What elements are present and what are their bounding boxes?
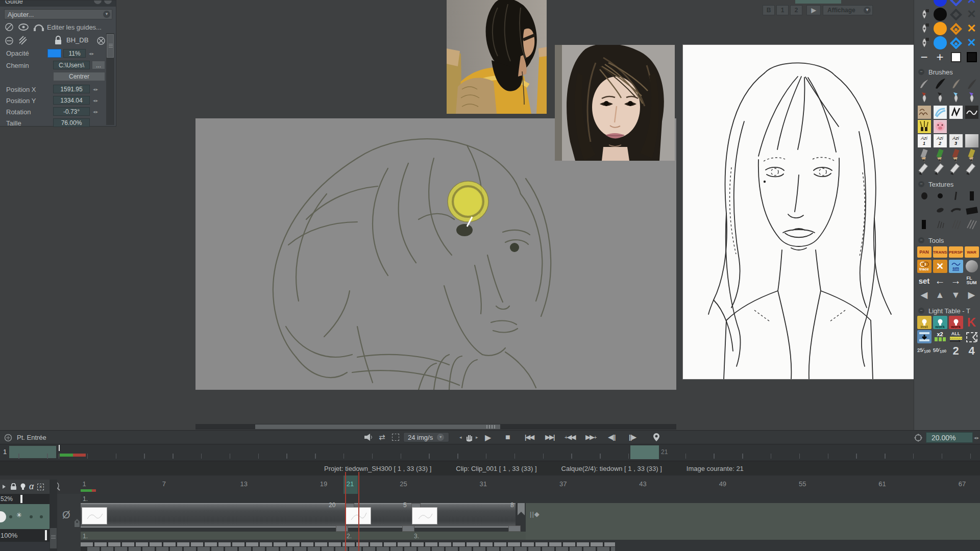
clip-thumbnail-1[interactable] bbox=[82, 507, 107, 524]
bulb-icon[interactable] bbox=[20, 483, 26, 490]
pan-tool[interactable]: PAN bbox=[917, 246, 932, 258]
size-row[interactable]: − + bbox=[914, 50, 980, 64]
filmstrip-track[interactable] bbox=[81, 542, 615, 551]
alpha-icon[interactable]: α bbox=[29, 482, 34, 491]
onion-dot-1[interactable] bbox=[9, 515, 12, 518]
onion-circle-icon[interactable] bbox=[0, 511, 6, 522]
black-color[interactable] bbox=[934, 8, 947, 21]
pen-icon[interactable] bbox=[918, 8, 930, 20]
tools-row-1[interactable]: PAN TRANS PERSP WAR bbox=[914, 245, 980, 259]
brush-row-azi[interactable]: Azi1 Azi2 Azi3 bbox=[914, 134, 980, 148]
clip-end-hook[interactable] bbox=[517, 503, 527, 516]
texture-row-2[interactable] bbox=[914, 203, 980, 217]
tools-row-3[interactable]: set ← → FLSUM bbox=[914, 273, 980, 288]
playhead-line-right[interactable] bbox=[358, 472, 359, 551]
light-table-section-header[interactable]: −Light Table - T bbox=[914, 306, 980, 315]
rotation-value[interactable]: -0.73° bbox=[53, 107, 90, 116]
clip-tab-bottom-3[interactable] bbox=[508, 525, 521, 532]
ruler-current-frame-box[interactable] bbox=[630, 445, 659, 459]
lt-work1-button[interactable]: work bbox=[933, 316, 947, 329]
delete-tool[interactable]: ✕ bbox=[933, 260, 947, 273]
edit-guides-button[interactable]: Editer les guides... bbox=[47, 23, 102, 31]
loop-icon[interactable]: ⇄ bbox=[379, 433, 385, 442]
last-frame-button[interactable]: ▶▶| bbox=[545, 433, 554, 441]
display-dropdown[interactable]: Affichage▾ bbox=[823, 5, 873, 15]
texture-row-3[interactable] bbox=[914, 217, 980, 232]
lt-work2-button[interactable]: work bbox=[949, 316, 963, 329]
scrollbar-grip[interactable] bbox=[486, 425, 496, 429]
pen-icon[interactable] bbox=[918, 22, 930, 35]
lineart-canvas[interactable] bbox=[683, 45, 914, 379]
trace-tool[interactable]: trace bbox=[917, 260, 932, 273]
nav-up-button[interactable]: ▲ bbox=[932, 288, 948, 302]
nav-right-button[interactable]: ▶ bbox=[964, 288, 979, 302]
layer-tag-icon[interactable] bbox=[74, 518, 81, 528]
guide-color-swatch[interactable] bbox=[47, 49, 61, 58]
vscroll-thumb[interactable] bbox=[50, 528, 57, 548]
warp-tool[interactable]: WAR bbox=[965, 246, 979, 258]
clip-tab-bottom-2[interactable] bbox=[402, 525, 414, 532]
speaker-icon[interactable] bbox=[363, 433, 373, 441]
view-b-button[interactable]: B bbox=[763, 5, 775, 15]
sphere-tool[interactable] bbox=[966, 260, 978, 272]
lt-down-button[interactable] bbox=[917, 330, 932, 343]
lt-4[interactable]: 4 bbox=[964, 344, 979, 358]
smooth-tool[interactable]: sm bbox=[949, 260, 963, 273]
collapse-icon[interactable]: − bbox=[918, 69, 924, 75]
lock-icon[interactable] bbox=[10, 483, 17, 490]
brush-row-2[interactable] bbox=[914, 91, 980, 105]
clip-thumbnail-3[interactable] bbox=[412, 507, 437, 524]
flipsum-button[interactable]: FLSUM bbox=[964, 273, 979, 288]
minus-button[interactable]: − bbox=[916, 50, 932, 64]
lt-50-100[interactable]: 50⁄100 bbox=[932, 344, 948, 358]
brush-row-1[interactable] bbox=[914, 77, 980, 91]
timeline-vscrollbar[interactable] bbox=[50, 480, 57, 551]
frame-number-ruler[interactable]: 1713192531374349556167 21 bbox=[0, 475, 980, 494]
guide-row-icons[interactable] bbox=[4, 35, 106, 46]
path-value[interactable]: C:\Users\ bbox=[53, 61, 90, 69]
zoom-reset-icon[interactable] bbox=[914, 433, 923, 442]
opacity-value[interactable]: 11% bbox=[63, 49, 86, 58]
orange-color[interactable] bbox=[934, 22, 947, 35]
view-1-button[interactable]: 1 bbox=[776, 5, 789, 15]
sun-icon[interactable]: ✳ bbox=[16, 511, 22, 519]
extend-marker[interactable]: ||◆ bbox=[530, 510, 540, 518]
opacity-b-row[interactable]: 100% bbox=[0, 529, 50, 542]
step-back-button[interactable]: ◀|| bbox=[608, 433, 615, 441]
panel-close-icon[interactable] bbox=[104, 1, 112, 4]
brushes-section-header[interactable]: −Brushes bbox=[914, 67, 980, 77]
guide-icons[interactable] bbox=[4, 22, 45, 32]
browse-button[interactable]: ... bbox=[92, 61, 105, 69]
first-frame-button[interactable]: |◀◀ bbox=[525, 433, 533, 441]
lt-row-3[interactable]: 25⁄100 50⁄100 2 4 bbox=[914, 344, 980, 358]
brush-row-3[interactable] bbox=[914, 105, 980, 119]
selection-icon[interactable] bbox=[392, 434, 399, 441]
lt-x2-button[interactable]: x2 bbox=[935, 332, 946, 342]
brush-row-pencils[interactable] bbox=[914, 148, 980, 162]
add-guide-dropdown[interactable]: Ajouter... ▾ bbox=[4, 9, 112, 19]
lt-row-1[interactable]: inst work work K bbox=[914, 315, 980, 330]
set-button[interactable]: set bbox=[916, 273, 932, 288]
brush-row-4[interactable] bbox=[914, 119, 980, 134]
tools-row-4[interactable]: ◀ ▲ ▼ ▶ bbox=[914, 288, 980, 302]
opacity-stepper[interactable]: ◂▸ bbox=[89, 51, 94, 56]
zoom-stepper[interactable]: ◂▸ bbox=[974, 435, 979, 440]
posy-stepper[interactable]: ◂▸ bbox=[93, 98, 99, 103]
panel-menu-icon[interactable] bbox=[94, 1, 102, 4]
posy-value[interactable]: 1334.04 bbox=[53, 96, 90, 105]
brush-row-markers[interactable] bbox=[914, 162, 980, 177]
view-2-button[interactable]: 2 bbox=[790, 5, 802, 15]
hand-tool-icon[interactable] bbox=[464, 433, 474, 442]
scrollbar-thumb[interactable] bbox=[255, 424, 500, 429]
stop-button[interactable]: ■ bbox=[505, 433, 510, 442]
nav-down-button[interactable]: ▼ bbox=[948, 288, 964, 302]
onion-dot-3[interactable] bbox=[40, 515, 43, 518]
lt-all-button[interactable]: ALL bbox=[950, 332, 962, 342]
tools-row-2[interactable]: trace ✕ sm bbox=[914, 259, 980, 273]
empty-set-icon[interactable]: Ø bbox=[62, 509, 70, 521]
lt-25-100[interactable]: 25⁄100 bbox=[916, 344, 932, 358]
step-forward-button[interactable]: ||▶ bbox=[629, 433, 636, 441]
size-value[interactable]: 76.00% bbox=[53, 118, 90, 127]
white-swatch[interactable] bbox=[951, 52, 961, 62]
color-row-darkblue[interactable]: ✕ bbox=[914, 0, 980, 7]
